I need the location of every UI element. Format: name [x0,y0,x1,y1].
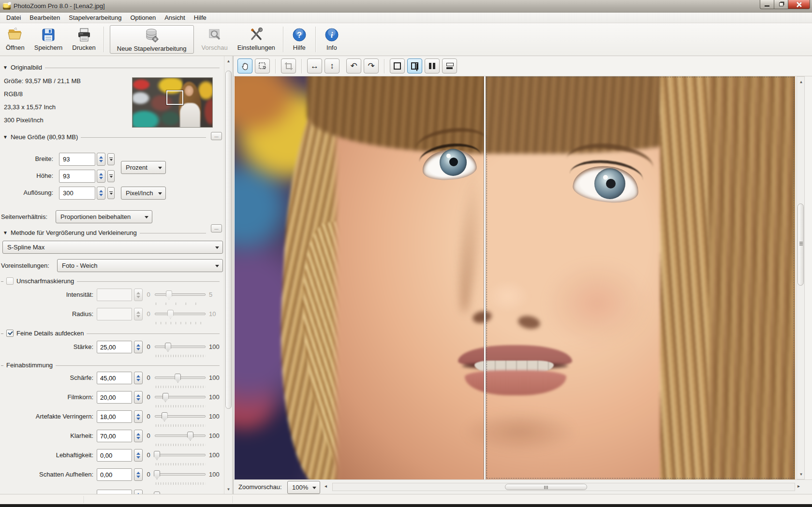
collapse-caret-icon[interactable]: ▼ [3,134,8,140]
slider-value-input[interactable] [97,449,132,462]
size-unit-dropdown[interactable]: Prozent [121,161,166,174]
view-single-button[interactable] [390,58,405,73]
slider-thumb[interactable] [187,432,193,441]
select-tool-button[interactable] [255,58,270,73]
zoom-level-dropdown[interactable]: 100% [287,481,320,494]
section-originalbild[interactable]: ▼ Originalbild [3,63,220,72]
save-button[interactable]: Speichern [30,25,68,54]
aspect-dropdown[interactable]: Proportionen beibehalten [56,210,152,223]
slider-thumb[interactable] [162,412,168,421]
slider-track[interactable] [155,473,206,476]
fine-details-checkbox[interactable] [6,330,14,337]
slider-track[interactable] [155,396,206,398]
collapse-caret-icon[interactable]: ▼ [3,230,8,235]
width-reset-button[interactable] [107,153,115,165]
menu-ansicht[interactable]: Ansicht [160,13,190,22]
section-methode[interactable]: ▼ Methode für Vergrößerung und Verkleine… [3,228,206,237]
panel-scrollbar[interactable]: ▲ ▼ [224,56,233,494]
slider-thumb[interactable] [167,310,174,319]
slider-spinner[interactable] [134,430,143,442]
slider-track[interactable] [155,435,206,437]
preview-horizontal-scrollbar[interactable] [332,483,795,491]
slider-spinner[interactable] [134,341,143,353]
navigator-thumbnail[interactable] [132,77,213,128]
hand-tool-button[interactable] [237,58,252,73]
resolution-spinner[interactable] [97,187,105,200]
height-reset-button[interactable] [107,170,115,182]
slider-thumb[interactable] [166,290,172,300]
scroll-down-icon[interactable]: ▼ [225,485,232,493]
preview-vertical-scrollbar[interactable]: ▲ ▼ [797,76,805,479]
slider-thumb[interactable] [175,374,181,383]
minimize-button[interactable] [760,0,774,9]
before-after-split-line[interactable] [484,76,486,479]
slider-spinner[interactable] [134,449,143,462]
method-more-button[interactable]: ... [211,224,222,232]
slider-value-input[interactable] [97,341,132,353]
flip-vertical-button[interactable]: ↕ [325,58,340,73]
slider-thumb[interactable] [162,393,169,402]
restore-button[interactable] [774,0,788,9]
view-side-by-side-button[interactable] [425,58,440,73]
horizontal-scrollbar-thumb[interactable] [505,484,587,490]
collapse-caret-icon[interactable]: ▼ [3,65,8,70]
slider-value-input[interactable] [97,391,132,404]
slider-spinner[interactable] [134,308,143,320]
rotate-cw-button[interactable]: ↷ [364,58,379,73]
menu-bearbeiten[interactable]: Bearbeiten [25,13,64,22]
slider-spinner[interactable] [134,391,143,404]
view-split-button[interactable] [407,58,422,73]
settings-button[interactable]: Einstellungen [233,25,280,54]
slider-spinner[interactable] [134,410,143,423]
slider-value-input[interactable] [97,289,132,301]
resolution-reset-button[interactable] [107,187,115,199]
height-spinner[interactable] [97,170,105,183]
scroll-down-icon[interactable]: ▼ [797,470,805,478]
photo-canvas[interactable] [235,76,795,479]
slider-track[interactable] [155,377,206,379]
thumbnail-viewport-box[interactable] [166,90,183,105]
slider-track[interactable] [155,313,206,315]
section-neue-groesse[interactable]: ▼ Neue Größe (80,93 MB) [3,132,206,141]
algorithm-dropdown[interactable]: S-Spline Max [2,241,223,254]
panel-scrollbar-thumb[interactable] [225,71,232,409]
close-button[interactable] [788,0,810,9]
crop-tool-button[interactable] [281,58,296,73]
slider-value-input[interactable] [97,308,132,320]
resolution-input[interactable] [59,187,95,200]
flip-horizontal-button[interactable]: ↔ [307,58,322,73]
vertical-scrollbar-thumb[interactable] [797,203,804,286]
width-input[interactable] [59,153,95,166]
slider-spinner[interactable] [134,289,143,301]
slider-thumb[interactable] [165,343,171,352]
slider-track[interactable] [155,346,206,348]
view-top-bottom-button[interactable] [442,58,457,73]
presets-dropdown[interactable]: Foto - Weich [57,259,223,272]
scroll-right-icon[interactable]: ▸ [797,483,800,489]
width-spinner[interactable] [97,153,105,166]
scroll-left-icon[interactable]: ◂ [325,483,327,489]
unsharp-mask-checkbox[interactable] [6,277,14,285]
menu-hilfe[interactable]: Hilfe [190,13,211,22]
new-size-more-button[interactable]: ... [211,132,222,140]
open-button[interactable]: Öffnen [1,25,30,54]
info-button[interactable]: i Info [319,25,345,54]
rotate-ccw-button[interactable]: ↶ [346,58,361,73]
slider-track[interactable] [155,415,206,418]
slider-spinner[interactable] [134,468,143,481]
slider-spinner[interactable] [134,372,143,384]
slider-track[interactable] [155,293,206,296]
slider-track[interactable] [155,454,206,456]
menu-stapelverarbeitung[interactable]: Stapelverarbeitung [64,13,126,22]
menu-optionen[interactable]: Optionen [126,13,160,22]
slider-value-input[interactable] [97,410,132,423]
print-button[interactable]: Drucken [67,25,100,54]
preview-button[interactable]: Vorschau [197,25,233,54]
slider-value-input[interactable] [97,372,132,384]
height-input[interactable] [59,170,95,183]
menu-datei[interactable]: Datei [2,13,25,22]
scroll-up-icon[interactable]: ▲ [797,78,805,86]
help-button[interactable]: ? Hilfe [286,25,312,54]
resolution-unit-dropdown[interactable]: Pixel/Inch [121,187,166,200]
slider-value-input[interactable] [97,430,132,442]
